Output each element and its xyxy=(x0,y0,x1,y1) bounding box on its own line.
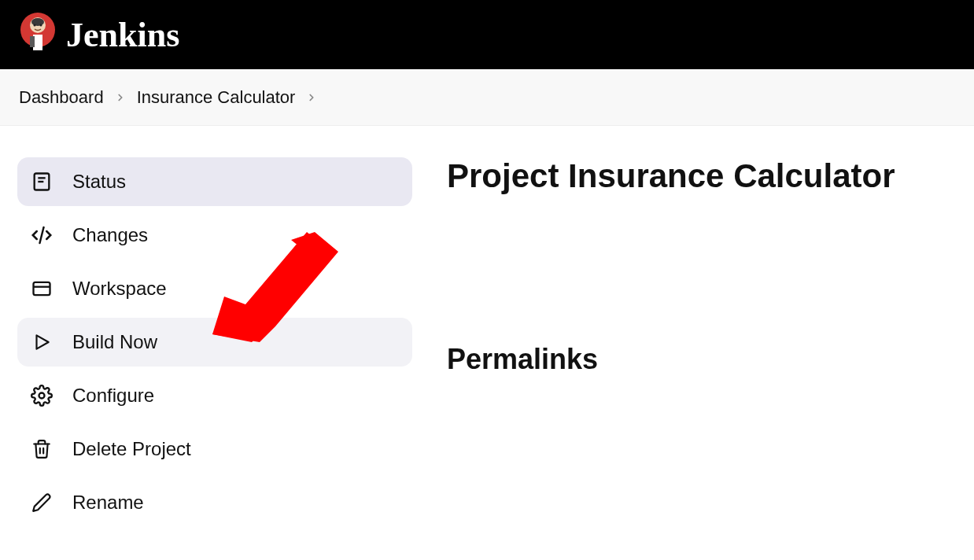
sidebar-item-label: Changes xyxy=(72,224,148,246)
sidebar-item-delete-project[interactable]: Delete Project xyxy=(17,425,412,473)
sidebar-item-label: Workspace xyxy=(72,278,167,300)
sidebar-item-label: Configure xyxy=(72,385,154,407)
sidebar-item-workspace[interactable]: Workspace xyxy=(17,264,412,313)
svg-marker-13 xyxy=(37,335,49,348)
breadcrumb: Dashboard Insurance Calculator xyxy=(0,69,974,126)
header: Jenkins xyxy=(0,0,974,69)
page-title: Project Insurance Calculator xyxy=(447,157,895,195)
sidebar-item-build-now[interactable]: Build Now xyxy=(17,318,412,367)
svg-rect-4 xyxy=(30,36,35,47)
svg-point-5 xyxy=(34,24,36,27)
sidebar-item-changes[interactable]: Changes xyxy=(17,211,412,260)
brand-text: Jenkins xyxy=(66,15,179,55)
play-icon xyxy=(30,330,53,354)
chevron-right-icon xyxy=(115,92,126,103)
sidebar-item-status[interactable]: Status xyxy=(17,157,412,206)
svg-point-2 xyxy=(31,18,44,26)
trash-icon xyxy=(30,437,53,461)
breadcrumb-item-dashboard[interactable]: Dashboard xyxy=(19,87,104,108)
svg-point-14 xyxy=(39,393,45,399)
workspace-icon xyxy=(30,277,53,300)
sidebar-item-configure[interactable]: Configure xyxy=(17,371,412,420)
sidebar: Status Changes Workspace Build Now Confi xyxy=(0,126,425,532)
sidebar-item-label: Rename xyxy=(72,492,144,514)
pencil-icon xyxy=(30,491,53,514)
sidebar-item-rename[interactable]: Rename xyxy=(17,478,412,527)
sidebar-item-label: Delete Project xyxy=(72,438,191,460)
logo-wrap[interactable]: Jenkins xyxy=(19,11,179,58)
breadcrumb-item-project[interactable]: Insurance Calculator xyxy=(137,87,296,108)
gear-icon xyxy=(30,384,53,407)
svg-line-10 xyxy=(40,227,44,243)
svg-rect-11 xyxy=(34,282,50,295)
sidebar-item-label: Status xyxy=(72,171,126,193)
changes-icon xyxy=(30,223,53,247)
main-content: Project Insurance Calculator Permalinks xyxy=(425,126,895,532)
svg-point-6 xyxy=(40,24,42,27)
sidebar-item-label: Build Now xyxy=(72,331,157,353)
jenkins-logo-icon xyxy=(19,11,57,58)
permalinks-heading: Permalinks xyxy=(447,343,895,376)
chevron-right-icon xyxy=(306,92,317,103)
status-icon xyxy=(30,170,53,193)
